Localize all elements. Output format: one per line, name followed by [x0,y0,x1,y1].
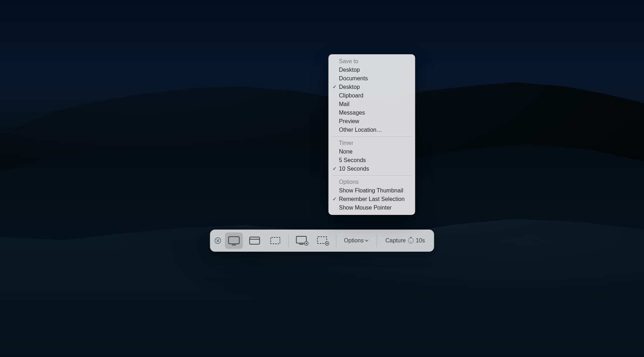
menu-header-timer: Timer [328,139,415,147]
svg-rect-2 [232,245,236,245]
options-menu: Save to DesktopDocumentsDesktopClipboard… [328,54,415,215]
svg-rect-1 [228,237,239,244]
capture-selection-button[interactable] [266,232,284,249]
menu-item-options-2[interactable]: Show Mouse Pointer [328,203,415,212]
chevron-down-icon [364,238,369,243]
record-entire-screen-button[interactable] [293,232,311,249]
toolbar-divider [376,234,377,247]
options-button[interactable]: Options [339,232,374,249]
menu-item-save-to-1[interactable]: Documents [328,74,415,83]
capture-window-button[interactable] [245,232,263,249]
menu-item-options-1[interactable]: Remember Last Selection [328,195,415,203]
menu-item-save-to-4[interactable]: Mail [328,100,415,109]
menu-header-options: Options [328,178,415,186]
menu-item-timer-0[interactable]: None [328,147,415,156]
desktop-wallpaper [0,0,644,357]
toolbar-divider [336,234,336,247]
svg-rect-5 [270,237,280,244]
record-selection-button[interactable] [314,232,331,249]
menu-divider [332,136,411,137]
svg-rect-7 [299,244,303,245]
capture-timer-value: 10s [416,237,425,244]
capture-button[interactable]: Capture 10s [380,232,431,249]
menu-divider [332,175,411,176]
capture-label: Capture [385,237,406,244]
screenshot-toolbar: Options Capture 10s [210,230,434,252]
timer-icon [408,238,414,243]
menu-item-save-to-7[interactable]: Other Location… [328,126,415,134]
menu-item-save-to-6[interactable]: Preview [328,117,415,126]
menu-item-timer-2[interactable]: 10 Seconds [328,165,415,173]
svg-point-12 [326,243,328,244]
close-button[interactable] [213,236,222,245]
menu-item-save-to-0[interactable]: Desktop [328,66,415,74]
svg-rect-3 [249,237,259,244]
svg-point-9 [305,243,307,244]
options-label: Options [344,237,364,244]
menu-item-save-to-3[interactable]: Clipboard [328,91,415,100]
capture-entire-screen-button[interactable] [225,232,243,249]
menu-header-save-to: Save to [328,57,415,66]
menu-item-save-to-2[interactable]: Desktop [328,83,415,91]
menu-item-options-0[interactable]: Show Floating Thumbnail [328,186,415,195]
menu-item-timer-1[interactable]: 5 Seconds [328,156,415,165]
toolbar-divider [288,234,289,247]
menu-item-save-to-5[interactable]: Messages [328,109,415,117]
